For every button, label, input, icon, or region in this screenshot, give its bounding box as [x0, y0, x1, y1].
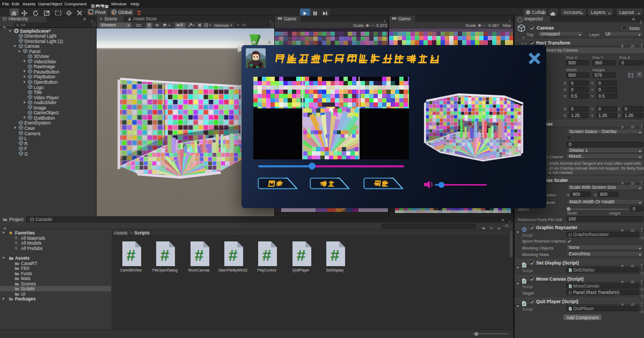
svg-text:#: #: [296, 246, 305, 264]
svg-text:#: #: [229, 246, 238, 264]
svg-text:#: #: [160, 246, 170, 264]
svg-text:#: #: [330, 246, 339, 264]
svg-text:#: #: [262, 246, 272, 264]
svg-text:#: #: [127, 246, 136, 264]
svg-text:#: #: [194, 246, 203, 264]
